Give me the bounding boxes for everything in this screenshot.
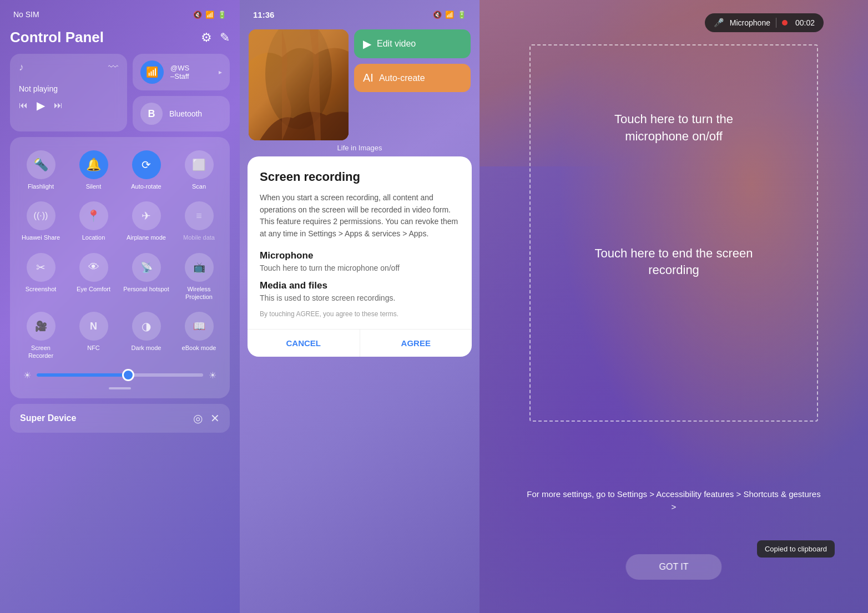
cp-title: Control Panel <box>10 29 104 46</box>
recording-active-panel: 🎤 Microphone 00:02 Touch here to turn th… <box>480 0 868 613</box>
brightness-fill <box>37 373 128 377</box>
toggle-dark-mode[interactable]: ◑ Dark mode <box>121 307 171 364</box>
toggle-silent[interactable]: 🔔 Silent <box>68 146 119 195</box>
nfc-icon: N <box>90 321 97 332</box>
play-button[interactable]: ▶ <box>37 99 45 112</box>
scan-icon: ⬜ <box>192 158 206 171</box>
toggle-airplane[interactable]: ✈ Airplane mode <box>121 197 171 246</box>
toggle-hotspot[interactable]: 📡 Personal hotspot <box>121 249 171 306</box>
agree-button[interactable]: AGREE <box>360 330 472 357</box>
cp-header: Control Panel ⚙ ✎ <box>10 29 230 46</box>
scan-label: Scan <box>192 183 206 190</box>
toggle-nfc[interactable]: N NFC <box>68 307 119 364</box>
silent-label: Silent <box>86 183 102 190</box>
nfc-circle: N <box>79 312 108 341</box>
toggles-grid: 🔦 Flashlight 🔔 Silent ⟳ Auto-rotate <box>16 146 224 364</box>
media-cards-row: ▶ Edit video AI Auto-create <box>240 24 480 146</box>
toggle-screenshot[interactable]: ✂ Screenshot <box>16 249 66 306</box>
edit-video-icon: ▶ <box>363 37 371 50</box>
toggle-mobile-data[interactable]: ≡ Mobile data <box>174 197 224 246</box>
pull-indicator <box>16 387 224 389</box>
wireless-proj-circle: 📺 <box>185 253 214 282</box>
time-label: 11:36 <box>253 10 274 19</box>
not-playing-label: Not playing <box>19 84 118 93</box>
auto-create-icon: AI <box>363 72 374 84</box>
bluetooth-label: Bluetooth <box>169 109 202 118</box>
huawei-share-icon: ((·)) <box>34 211 48 221</box>
perm-media-desc: This is used to store screen recordings. <box>260 293 460 302</box>
media-thumbnail <box>249 29 349 140</box>
flashlight-label: Flashlight <box>28 183 54 190</box>
screen-recording-panel: 11:36 🔇 📶 🔋 <box>240 0 480 613</box>
autorotate-label: Auto-rotate <box>131 183 161 190</box>
prev-button[interactable]: ⏮ <box>19 100 28 110</box>
media-action-buttons: ▶ Edit video AI Auto-create <box>354 29 471 140</box>
wifi-icon: 📶 <box>205 11 214 19</box>
eye-comfort-icon: 👁 <box>88 261 99 273</box>
scan-circle: ⬜ <box>185 150 214 179</box>
toggle-location[interactable]: 📍 Location <box>68 197 119 246</box>
bluetooth-icon: B <box>148 108 155 120</box>
silent-icon: 🔔 <box>86 158 101 172</box>
edit-icon[interactable]: ✎ <box>220 31 230 45</box>
wireless-proj-label: Wireless Projection <box>176 285 222 301</box>
settings-hint: For more settings, go to Settings > Acce… <box>480 488 868 513</box>
dialog-terms: By touching AGREE, you agree to these te… <box>260 310 460 318</box>
wifi-indicator: 📶 <box>140 60 164 84</box>
wifi-card[interactable]: 📶 @WS –Staff ▸ <box>133 54 230 90</box>
dialog-title: Screen recording <box>260 170 460 184</box>
mobile-data-circle: ≡ <box>185 201 214 230</box>
pull-bar <box>109 387 131 389</box>
cancel-button[interactable]: CANCEL <box>248 330 360 357</box>
bluetooth-card[interactable]: B Bluetooth <box>133 96 230 131</box>
toggle-ebook[interactable]: 📖 eBook mode <box>174 307 224 364</box>
touch-instructions: Touch here to turn the microphone on/off… <box>480 0 868 279</box>
airplane-label: Airplane mode <box>127 234 166 241</box>
dialog-actions: CANCEL AGREE <box>248 329 472 357</box>
target-icon[interactable]: ◎ <box>193 412 203 425</box>
hotspot-circle: 📡 <box>132 253 161 282</box>
auto-create-button[interactable]: AI Auto-create <box>354 64 471 92</box>
brightness-thumb <box>122 369 134 381</box>
super-device-bar: Super Device ◎ ✕ <box>10 404 230 433</box>
album-title: Life in Images <box>240 144 480 152</box>
flashlight-icon: 🔦 <box>33 158 48 172</box>
edit-video-button[interactable]: ▶ Edit video <box>354 29 471 58</box>
brightness-track[interactable] <box>37 373 203 377</box>
ebook-circle: 📖 <box>185 312 214 341</box>
battery-icon: 🔋 <box>218 11 226 19</box>
close-icon[interactable]: ✕ <box>210 412 220 425</box>
huawei-share-circle: ((·)) <box>27 201 55 230</box>
toggle-screen-recorder[interactable]: 🎥 Screen Recorder <box>16 307 66 364</box>
toggle-flashlight[interactable]: 🔦 Flashlight <box>16 146 66 195</box>
screenshot-label: Screenshot <box>26 285 57 293</box>
touch-end-instruction: Touch here to end the screen recording <box>524 245 824 280</box>
got-it-button[interactable]: GOT IT <box>625 554 721 580</box>
toggle-scan[interactable]: ⬜ Scan <box>174 146 224 195</box>
airplane-circle: ✈ <box>132 201 161 230</box>
next-button[interactable]: ⏭ <box>54 100 63 110</box>
toggle-eye-comfort[interactable]: 👁 Eye Comfort <box>68 249 119 306</box>
wifi-ssid-line1: @WS <box>170 64 189 72</box>
autorotate-icon: ⟳ <box>142 158 151 171</box>
mobile-data-icon: ≡ <box>196 210 202 222</box>
ebook-icon: 📖 <box>193 320 205 332</box>
toggle-huawei-share[interactable]: ((·)) Huawei Share <box>16 197 66 246</box>
toggle-autorotate[interactable]: ⟳ Auto-rotate <box>121 146 171 195</box>
music-controls: ⏮ ▶ ⏭ <box>19 99 118 112</box>
screen-recording-dialog: Screen recording When you start a screen… <box>248 156 472 357</box>
screenshot-icon: ✂ <box>36 261 46 274</box>
screenshot-circle: ✂ <box>27 253 55 282</box>
super-device-icons: ◎ ✕ <box>193 412 220 425</box>
toggle-wireless-proj[interactable]: 📺 Wireless Projection <box>174 249 224 306</box>
wireless-proj-icon: 📺 <box>193 261 205 273</box>
screen-recorder-icon: 🎥 <box>35 320 47 332</box>
bluetooth-icon-circle: B <box>140 103 163 125</box>
settings-icon[interactable]: ⚙ <box>201 31 212 45</box>
ebook-label: eBook mode <box>182 344 216 352</box>
airplane-icon: ✈ <box>142 209 151 222</box>
status-bar-2: 11:36 🔇 📶 🔋 <box>240 0 480 24</box>
brightness-high-icon: ☀ <box>209 370 216 381</box>
edit-video-label: Edit video <box>377 39 416 49</box>
eye-comfort-label: Eye Comfort <box>77 285 110 293</box>
